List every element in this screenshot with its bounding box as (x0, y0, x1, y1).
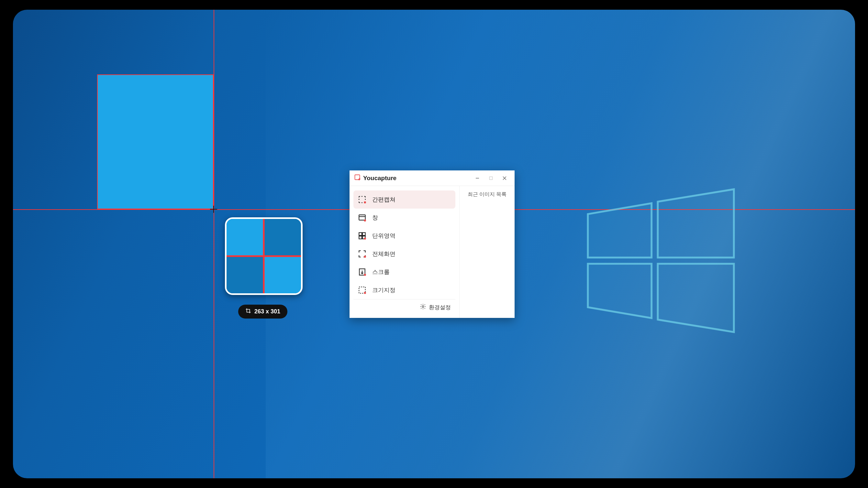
menu-item-label: 간편캡쳐 (372, 196, 396, 203)
menu-item-label: 크기지정 (372, 286, 396, 294)
svg-point-18 (364, 273, 366, 276)
svg-marker-0 (588, 203, 651, 257)
svg-marker-2 (588, 264, 651, 318)
close-button[interactable] (498, 172, 512, 185)
crop-icon (245, 308, 251, 315)
svg-rect-13 (359, 236, 362, 239)
selection-size-badge: 263 x 301 (238, 305, 287, 319)
settings-label: 환경설정 (429, 304, 451, 311)
svg-marker-1 (658, 189, 734, 257)
menu-item-quick-capture[interactable]: 간편캡쳐 (353, 191, 455, 208)
size-spec-icon (358, 286, 366, 294)
minimize-button[interactable] (471, 172, 484, 185)
menu-item-window[interactable]: 창 (353, 208, 455, 227)
svg-point-7 (364, 201, 366, 203)
menu-item-label: 스크롤 (372, 268, 390, 276)
youcapture-window[interactable]: Youcapture (349, 170, 515, 318)
windows-logo-icon (583, 183, 739, 338)
svg-point-21 (422, 305, 424, 307)
menu-item-label: 창 (372, 214, 378, 222)
scroll-icon (358, 268, 366, 276)
desktop: 263 x 301 Youcapture (13, 10, 855, 478)
dashed-selection-icon (358, 195, 366, 204)
menu-item-label: 단위영역 (372, 232, 396, 240)
svg-point-10 (364, 219, 366, 222)
svg-point-15 (364, 237, 366, 240)
settings-button[interactable]: 환경설정 (353, 299, 455, 315)
capture-selection[interactable] (97, 74, 214, 209)
recent-images-heading: 최근 이미지 목록 (464, 191, 510, 198)
app-title: Youcapture (354, 174, 397, 182)
menu-item-fullscreen[interactable]: 전체화면 (353, 245, 455, 263)
svg-rect-6 (490, 176, 493, 180)
svg-marker-3 (658, 264, 734, 332)
crosshair-vertical-line (214, 10, 214, 478)
titlebar[interactable]: Youcapture (349, 170, 515, 186)
svg-rect-12 (363, 232, 365, 235)
window-icon (358, 214, 366, 222)
maximize-button (484, 172, 498, 185)
svg-point-20 (364, 292, 366, 294)
grid-region-icon (358, 232, 366, 240)
svg-point-16 (364, 256, 366, 258)
recent-images-panel: 최근 이미지 목록 (460, 186, 515, 318)
menu-item-region[interactable]: 단위영역 (353, 227, 455, 245)
window-controls (471, 172, 512, 185)
capture-menu: 간편캡쳐 창 (349, 186, 460, 318)
menu-item-scroll[interactable]: 스크롤 (353, 263, 455, 281)
menu-item-label: 전체화면 (372, 250, 396, 258)
menu-item-size-spec[interactable]: 크기지정 (353, 281, 455, 299)
app-title-text: Youcapture (363, 175, 397, 182)
gear-icon (420, 303, 426, 312)
selection-size-text: 263 x 301 (254, 308, 280, 315)
svg-rect-11 (359, 232, 362, 235)
magnifier (225, 217, 303, 295)
app-logo-icon (354, 174, 361, 182)
fullscreen-icon (358, 250, 366, 258)
svg-rect-8 (359, 215, 365, 220)
